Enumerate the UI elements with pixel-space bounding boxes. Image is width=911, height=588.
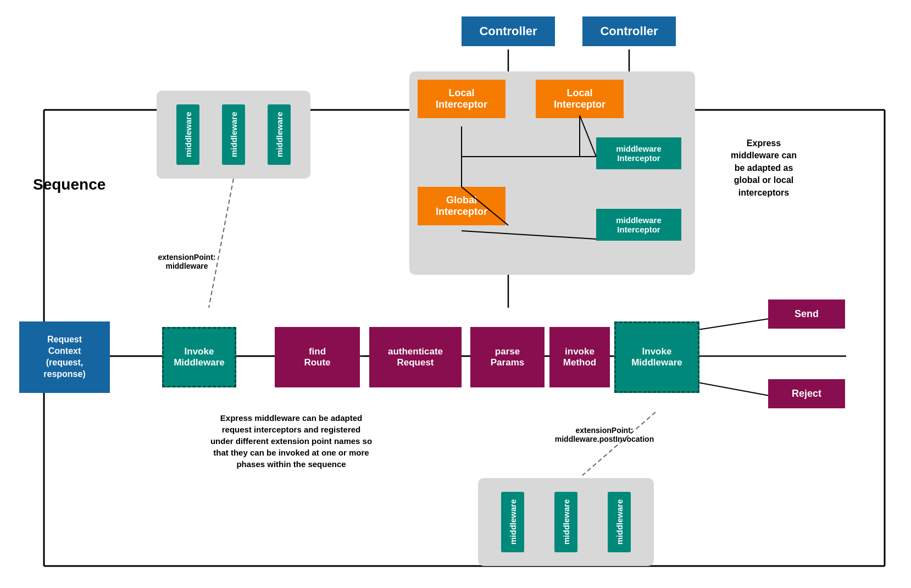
svg-line-27 <box>580 115 596 157</box>
reject-box: Reject <box>768 379 845 408</box>
middleware-box-2: middleware <box>222 104 245 165</box>
sequence-label: Sequence <box>33 176 105 193</box>
svg-line-10 <box>582 412 656 475</box>
diagram-container: Controller Controller Sequence middlewar… <box>0 0 911 588</box>
middleware-box-bottom-3: middleware <box>608 492 631 552</box>
svg-line-24 <box>462 187 508 225</box>
svg-line-7 <box>698 319 769 330</box>
interceptor-group: LocalInterceptor LocalInterceptor middle… <box>409 71 695 275</box>
controller-box-1: Controller <box>462 16 555 46</box>
extension-point-2-label: extensionPoint:middleware.postInvocation <box>544 426 665 443</box>
parse-params-box: parseParams <box>470 327 545 387</box>
controller-box-2: Controller <box>582 16 676 46</box>
middleware-box-1: middleware <box>176 104 199 165</box>
bottom-middleware-group: middleware middleware middleware <box>478 478 654 566</box>
send-box: Send <box>768 299 845 329</box>
middleware-box-bottom-1: middleware <box>501 492 524 552</box>
express-middleware-note: Expressmiddleware canbe adapted asglobal… <box>709 137 819 199</box>
middleware-box-3: middleware <box>268 104 291 165</box>
interceptor-internal-lines <box>409 71 695 275</box>
invoke-middleware-2-box: InvokeMiddleware <box>614 321 699 393</box>
authenticate-request-box: authenticateRequest <box>369 327 462 387</box>
invoke-middleware-1-box: InvokeMiddleware <box>162 327 236 387</box>
extension-point-1-label: extensionPoint:middleware <box>143 253 231 270</box>
svg-line-28 <box>462 231 596 239</box>
top-middleware-group: middleware middleware middleware <box>157 91 310 179</box>
controller-label-2: Controller <box>600 24 658 38</box>
controller-label-1: Controller <box>479 24 537 38</box>
middleware-box-bottom-2: middleware <box>554 492 577 552</box>
find-route-box: findRoute <box>275 327 360 387</box>
request-context-box: RequestContext(request,response) <box>19 321 110 393</box>
invoke-method-box: invokeMethod <box>549 327 610 387</box>
svg-line-8 <box>698 382 769 396</box>
svg-line-9 <box>209 179 234 308</box>
bottom-note: Express middleware can be adaptedrequest… <box>137 412 445 470</box>
